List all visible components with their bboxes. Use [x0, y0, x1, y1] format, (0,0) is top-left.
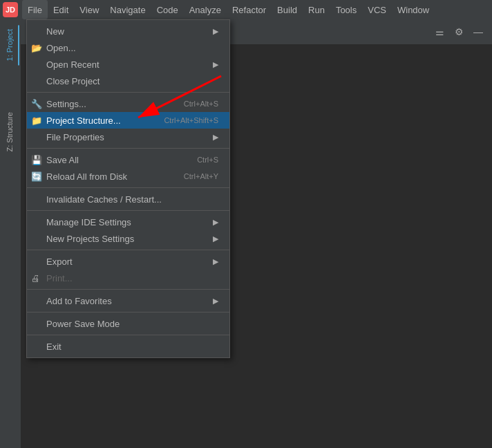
menu-item-power-save-label: Power Save Mode [46, 319, 120, 329]
print-icon: 🖨 [31, 273, 40, 283]
menu-item-export[interactable]: Export ▶ [27, 253, 229, 270]
menu-item-print: 🖨 Print... [27, 270, 229, 286]
menu-item-settings-label: Settings... [46, 99, 86, 109]
menu-item-exit-label: Exit [46, 342, 62, 352]
menu-item-settings[interactable]: 🔧 Settings... Ctrl+Alt+S [27, 95, 229, 112]
menu-item-open[interactable]: 📂 Open... [27, 39, 229, 56]
menu-item-reload[interactable]: 🔄 Reload All from Disk Ctrl+Alt+Y [27, 168, 229, 185]
separator-3 [27, 187, 229, 188]
menu-item-exit[interactable]: Exit [27, 338, 229, 355]
project-structure-icon: 📁 [31, 115, 42, 126]
menu-arrow-favorites: ▶ [213, 297, 218, 306]
menu-item-manage-ide-label: Manage IDE Settings [46, 217, 131, 227]
separator-5 [27, 250, 229, 250]
menu-item-close-project[interactable]: Close Project [27, 73, 229, 89]
menu-item-invalidate-label: Invalidate Caches / Restart... [46, 194, 162, 205]
menu-item-file-properties[interactable]: File Properties ▶ [27, 129, 229, 145]
menu-item-project-structure[interactable]: 📁 Project Structure... Ctrl+Alt+Shift+S [27, 112, 229, 129]
menu-item-open-recent-label: Open Recent [46, 59, 100, 70]
menu-arrow-new-projects: ▶ [213, 234, 218, 243]
menu-item-new-projects-settings-label: New Projects Settings [46, 234, 134, 244]
reload-icon: 🔄 [31, 171, 42, 182]
separator-4 [27, 210, 229, 211]
separator-1 [27, 92, 229, 93]
menu-arrow-new: ▶ [213, 27, 218, 36]
open-folder-icon: 📂 [31, 43, 42, 53]
menu-item-new-label: New [46, 26, 64, 37]
menu-item-project-structure-label: Project Structure... [46, 115, 121, 126]
menu-item-favorites[interactable]: Add to Favorites ▶ [27, 292, 229, 309]
project-structure-shortcut: Ctrl+Alt+Shift+S [164, 116, 218, 124]
save-all-shortcut: Ctrl+S [197, 156, 218, 164]
menu-arrow-manage-ide: ▶ [213, 218, 218, 227]
separator-2 [27, 148, 229, 149]
menu-item-new-projects-settings[interactable]: New Projects Settings ▶ [27, 230, 229, 247]
menu-arrow-file-props: ▶ [213, 133, 218, 142]
settings-wrench-icon: 🔧 [31, 99, 42, 109]
separator-7 [27, 312, 229, 312]
menu-item-invalidate-caches[interactable]: Invalidate Caches / Restart... [27, 191, 229, 207]
menu-arrow-open-recent: ▶ [213, 60, 218, 69]
file-dropdown-menu: New ▶ 📂 Open... Open Recent ▶ Close Proj… [26, 19, 230, 358]
menu-item-reload-label: Reload All from Disk [46, 171, 127, 182]
separator-6 [27, 289, 229, 290]
dropdown-overlay: New ▶ 📂 Open... Open Recent ▶ Close Proj… [0, 0, 492, 448]
menu-item-open-label: Open... [46, 43, 76, 53]
menu-item-save-all[interactable]: 💾 Save All Ctrl+S [27, 151, 229, 168]
separator-8 [27, 335, 229, 335]
menu-item-manage-ide[interactable]: Manage IDE Settings ▶ [27, 214, 229, 230]
menu-item-open-recent[interactable]: Open Recent ▶ [27, 56, 229, 73]
reload-shortcut: Ctrl+Alt+Y [184, 172, 218, 180]
menu-item-print-label: Print... [46, 273, 73, 283]
menu-item-favorites-label: Add to Favorites [46, 296, 112, 306]
menu-item-export-label: Export [46, 256, 73, 267]
menu-item-power-save[interactable]: Power Save Mode [27, 315, 229, 332]
menu-item-new[interactable]: New ▶ [27, 23, 229, 39]
settings-shortcut: Ctrl+Alt+S [184, 100, 218, 108]
menu-arrow-export: ▶ [213, 257, 218, 266]
save-icon: 💾 [31, 155, 42, 165]
menu-item-save-all-label: Save All [46, 155, 79, 165]
menu-item-file-properties-label: File Properties [46, 132, 104, 142]
menu-item-close-project-label: Close Project [46, 76, 100, 86]
